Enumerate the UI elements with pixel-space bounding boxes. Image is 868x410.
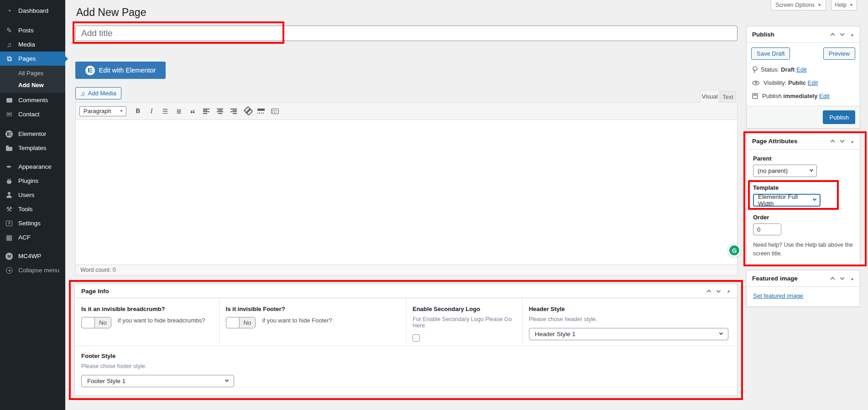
align-center-button[interactable] [214, 106, 226, 117]
move-up-icon[interactable] [831, 140, 835, 144]
bullet-list-button[interactable]: ☰ [159, 106, 171, 117]
insert-link-button[interactable] [241, 106, 253, 117]
pages-icon: ⧉ [5, 55, 14, 63]
sidebar-item-label: Comments [18, 97, 48, 104]
blockquote-button[interactable]: “ [187, 106, 199, 117]
header-style-select[interactable]: Header Style 1 [529, 328, 728, 340]
align-center-icon [217, 109, 223, 114]
sidebar-item-add-new[interactable]: Add New [0, 79, 65, 91]
edit-with-elementor-button[interactable]: Edit with Elementor [75, 62, 166, 79]
wrench-icon: ⚒ [5, 205, 14, 213]
set-featured-image-link[interactable]: Set featured image [753, 292, 803, 299]
bold-button[interactable]: B [132, 106, 144, 117]
edit-visibility-link[interactable]: Edit [808, 79, 818, 86]
sidebar-item-label: Pages [18, 55, 36, 62]
post-title-input[interactable] [75, 26, 737, 41]
toolbar-toggle-button[interactable] [269, 106, 281, 117]
sidebar-item-plugins[interactable]: Plugins [0, 174, 65, 188]
order-input[interactable] [753, 223, 781, 235]
status-label: Status: [761, 66, 779, 73]
sidebar-item-mc4wp[interactable]: M MC4WP [0, 249, 65, 263]
italic-button[interactable]: I [146, 106, 157, 117]
mc4wp-icon: M [5, 253, 14, 260]
sidebar-item-dashboard[interactable]: ◔ Dashboard [0, 4, 65, 18]
template-select[interactable]: Elementor Full Width [753, 194, 821, 207]
footer-style-select[interactable]: Footer Style 1 [81, 375, 234, 387]
sidebar-item-label: MC4WP [18, 253, 41, 259]
toggle-knob [81, 317, 95, 328]
status-value: Draft [781, 66, 795, 73]
sidebar-item-posts[interactable]: ✎ Posts [0, 23, 65, 37]
sidebar-item-comments[interactable]: Comments [0, 93, 65, 107]
help-button[interactable]: Help ▼ [831, 0, 857, 10]
invisible-footer-hint: if you want to hide Footer? [262, 317, 332, 324]
invisible-footer-toggle[interactable]: No [226, 317, 256, 328]
move-up-icon[interactable] [707, 289, 711, 294]
publish-panel-footer: Publish [747, 106, 860, 128]
chevron-down-icon [810, 167, 813, 171]
move-up-icon[interactable] [831, 277, 835, 281]
screen-options-button[interactable]: Screen Options ▼ [771, 0, 826, 10]
secondary-logo-cell: Enable Secondary Logo For Enable Seconda… [406, 298, 523, 346]
align-left-button[interactable] [200, 106, 212, 117]
publish-button[interactable]: Publish [823, 110, 855, 124]
collapse-menu-button[interactable]: ◀ Collapse menu [0, 263, 65, 277]
numbered-list-button[interactable]: ≣ [173, 106, 185, 117]
order-label: Order [753, 214, 853, 221]
add-media-button[interactable]: ♫ Add Media [75, 87, 121, 99]
elementor-button-label: Edit with Elementor [99, 67, 156, 74]
schedule-row: Publish immediately Edit [752, 93, 854, 99]
more-tag-button[interactable] [255, 106, 267, 117]
collapse-toggle-icon[interactable]: ▲ [727, 289, 731, 293]
help-label: Help [835, 2, 847, 8]
tab-text[interactable]: Text [720, 91, 736, 103]
sidebar-item-label: Elementor [18, 130, 47, 137]
grammarly-badge[interactable]: G [727, 244, 741, 257]
page-info-header: Page Info ▲ [75, 284, 737, 298]
move-up-icon[interactable] [831, 33, 835, 37]
sidebar-item-acf[interactable]: ▦ ACF [0, 230, 65, 244]
toggle-knob [226, 317, 240, 328]
preview-button[interactable]: Preview [823, 47, 855, 60]
publish-panel: Publish ▲ Save Draft Preview Status: Dra… [746, 26, 860, 129]
secondary-logo-checkbox[interactable] [413, 334, 420, 342]
edit-status-link[interactable]: Edit [796, 66, 806, 73]
chevron-down-icon [719, 331, 722, 334]
paragraph-format-select[interactable]: Paragraph ▼ [79, 106, 126, 116]
sidebar-item-pages[interactable]: ⧉ Pages [0, 52, 65, 66]
sidebar-item-label: Appearance [18, 163, 52, 170]
align-right-button[interactable] [228, 106, 240, 117]
page-attributes-panel: Page Attributes ▲ Parent (no parent) Tem… [746, 133, 860, 266]
sidebar-item-templates[interactable]: Templates [0, 141, 65, 155]
breadcrumb-toggle[interactable]: No [81, 317, 111, 328]
save-draft-button[interactable]: Save Draft [751, 47, 790, 60]
collapse-toggle-icon[interactable]: ▲ [850, 139, 854, 144]
visibility-row: Visibility: Public Edit [752, 79, 854, 86]
sidebar-item-all-pages[interactable]: All Pages [0, 67, 65, 79]
elementor-icon [5, 130, 14, 138]
collapse-toggle-icon[interactable]: ▲ [850, 276, 854, 281]
edit-schedule-link[interactable]: Edit [819, 93, 829, 99]
collapse-toggle-icon[interactable]: ▲ [850, 32, 854, 37]
sidebar-item-users[interactable]: Users [0, 188, 65, 202]
move-down-icon[interactable] [840, 275, 845, 280]
editor-content-area[interactable] [76, 120, 737, 265]
sidebar-item-tools[interactable]: ⚒ Tools [0, 202, 65, 216]
sidebar-item-elementor[interactable]: Elementor [0, 127, 65, 141]
sidebar-item-contact[interactable]: ✉ Contact [0, 107, 65, 121]
sidebar-item-media[interactable]: ♫ Media [0, 37, 65, 52]
page-info-title: Page Info [81, 288, 109, 295]
schedule-value: immediately [783, 93, 817, 99]
align-left-icon [203, 109, 209, 114]
chevron-down-icon: ▼ [817, 3, 821, 7]
visibility-value: Public [788, 79, 806, 86]
move-down-icon[interactable] [840, 31, 845, 36]
move-down-icon[interactable] [840, 138, 845, 143]
parent-select[interactable]: (no parent) [753, 165, 817, 177]
tab-visual[interactable]: Visual [700, 90, 719, 103]
sidebar-item-appearance[interactable]: ✒ Appearance [0, 160, 65, 174]
move-down-icon[interactable] [716, 288, 721, 293]
page-attributes-title: Page Attributes [752, 138, 797, 145]
sidebar-item-settings[interactable]: ⇵ Settings [0, 216, 65, 230]
toggle-value: No [240, 319, 256, 326]
